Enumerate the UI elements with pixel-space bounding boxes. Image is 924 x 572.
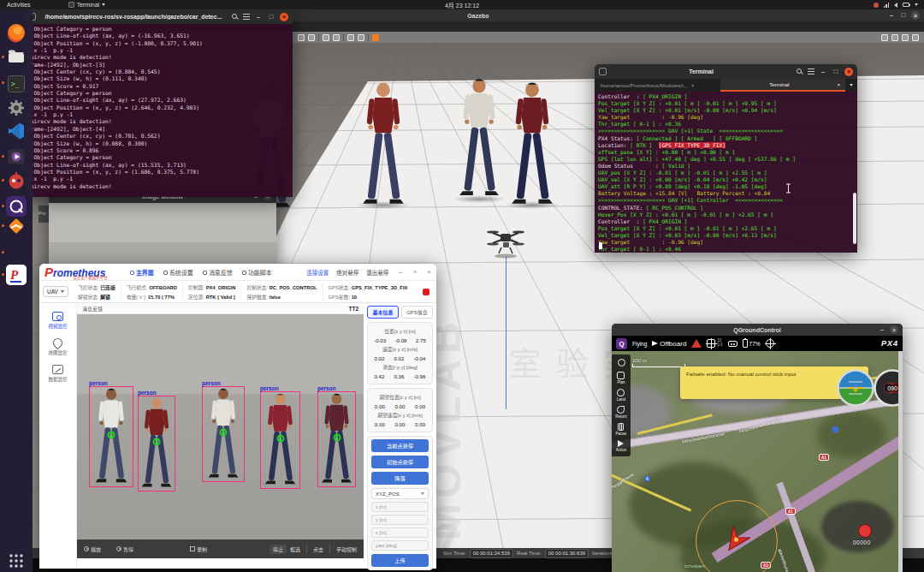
terminal-titlebar[interactable]: /home/amov/spirecv-ros/sv-rosapp/launch/… [24, 9, 293, 24]
box-insert-icon[interactable] [372, 34, 379, 41]
battery-status[interactable]: 77% [743, 339, 761, 348]
firefox-icon[interactable] [6, 22, 27, 43]
pause-radio[interactable]: 暂停 [116, 545, 133, 553]
close-button[interactable]: × [890, 325, 898, 334]
rc-signal-icon[interactable] [728, 341, 737, 347]
absolute-hover-button[interactable]: 绝对悬停 [336, 268, 358, 277]
select-mode-icon[interactable] [298, 34, 305, 41]
app-menu[interactable]: Terminal [68, 2, 105, 8]
paste-icon[interactable] [333, 34, 340, 41]
robot-app-icon[interactable] [6, 170, 27, 191]
tab-terminal[interactable]: Terminal× [720, 79, 846, 92]
manual-control-button[interactable]: 手动控制 [336, 545, 357, 553]
warning-icon[interactable] [691, 339, 702, 348]
search-icon[interactable] [231, 13, 239, 21]
vehicle-icon[interactable] [721, 526, 750, 555]
click-mode-button[interactable]: 点击 [313, 545, 323, 553]
tab-main-ui[interactable]: 主界面 [130, 268, 154, 277]
fullscreen-icon[interactable] [912, 34, 919, 41]
close-button[interactable]: × [280, 13, 288, 21]
menu-icon[interactable] [243, 14, 250, 20]
sidebar-item-video-monitor[interactable]: 视频监控 [39, 312, 76, 330]
flag-icon[interactable] [347, 34, 354, 41]
close-button[interactable]: × [844, 68, 853, 76]
upload-button[interactable]: 上传 [371, 554, 429, 567]
minimize-button[interactable]: – [254, 13, 263, 21]
video-player-icon[interactable] [6, 146, 27, 167]
flight-state[interactable]: Flying [632, 341, 647, 347]
play-radio[interactable]: 播放 [84, 545, 101, 553]
prometheus-icon[interactable]: P [6, 265, 27, 285]
hover-current-button[interactable]: 当前点悬停 [371, 439, 429, 452]
hover-initial-button[interactable]: 初始点悬停 [371, 456, 429, 468]
settings-icon[interactable] [6, 98, 27, 118]
magnet-icon[interactable] [358, 34, 364, 41]
terminal-titlebar[interactable]: Terminal – □ × [595, 64, 857, 79]
y-input[interactable] [371, 515, 429, 525]
qgc-titlebar[interactable]: QGroundControl – × [612, 324, 903, 336]
land-tool[interactable]: Land [617, 387, 625, 403]
qgc-logo-icon[interactable]: Q [616, 338, 627, 349]
tab-gps-info[interactable]: GPS信息 [401, 306, 433, 319]
copy-icon[interactable] [323, 34, 329, 41]
instrument-panel-strip[interactable] [898, 351, 903, 572]
stop-button[interactable]: 停止 [270, 545, 287, 554]
exit-hover-button[interactable]: 退出悬停 [366, 268, 388, 277]
tab-message-feedback[interactable]: 消息反馈 [203, 268, 233, 277]
screenshot-icon[interactable] [881, 34, 888, 41]
plot-icon[interactable] [902, 34, 909, 41]
search-icon[interactable] [796, 68, 803, 75]
sidebar-item-map-monitor[interactable]: 地图监控 [39, 338, 76, 356]
new-tab-icon[interactable] [599, 68, 607, 75]
maximize-button[interactable]: + [413, 268, 418, 276]
minimize-button[interactable]: – [819, 68, 827, 76]
z-input[interactable] [371, 527, 429, 538]
minimize-button[interactable]: – [878, 325, 886, 334]
minimize-button[interactable]: – [887, 11, 896, 20]
fly-tool[interactable] [618, 357, 625, 369]
connection-settings-button[interactable]: 连接设置 [306, 268, 329, 277]
action-tool[interactable]: Action [616, 438, 627, 454]
tab-close-icon[interactable]: × [691, 82, 695, 88]
terminal-icon[interactable]: >_ [6, 74, 27, 94]
files-icon[interactable] [6, 46, 27, 67]
system-tray[interactable] [874, 3, 919, 8]
maximize-button[interactable]: □ [832, 68, 840, 76]
plan-tool[interactable]: Plan [617, 370, 625, 386]
pause-tool[interactable]: Pause [616, 421, 627, 438]
vscode-icon[interactable] [6, 121, 27, 141]
t tab-function-scripts[interactable]: 功能脚本 [242, 268, 272, 277]
minimize-button[interactable]: – [399, 268, 402, 276]
record-checkbox[interactable]: 录制 [190, 545, 207, 553]
sidebar-item-data-monitor[interactable]: 数据监控 [39, 365, 76, 383]
menu-icon[interactable] [808, 69, 814, 74]
telemetry-marker[interactable] [858, 524, 872, 538]
video-feed[interactable]: person person person person person [77, 314, 364, 539]
land-button[interactable]: 降落 [371, 472, 429, 485]
gps-status[interactable]: 100.0 [707, 339, 722, 348]
control-mode-select[interactable]: XYZ_POS [371, 488, 429, 499]
tab-prometheus-modules[interactable]: /home/amov/Prometheus/Modules/t...× [595, 79, 720, 92]
terminal-output[interactable]: Object Category = person Object Line-of-… [24, 24, 293, 197]
uav-select-dropdown[interactable]: UAV [43, 286, 68, 297]
tab-system-settings[interactable]: 系统设置 [163, 268, 193, 277]
close-button[interactable]: × [427, 268, 431, 276]
box-select-button[interactable]: 框选 [290, 545, 300, 553]
activities-button[interactable]: Activities [7, 2, 31, 8]
flight-mode-button[interactable]: Offboard [652, 340, 686, 348]
scrollbar-thumb[interactable] [853, 193, 856, 244]
map-canvas[interactable]: Hirschwiesenstrasse Hirschwiesenstrasse … [612, 351, 903, 572]
tab-close-icon[interactable]: × [837, 81, 840, 87]
translate-mode-icon[interactable] [308, 34, 315, 41]
yaw-input[interactable] [371, 540, 429, 551]
attitude-indicator[interactable] [836, 368, 875, 408]
show-applications-icon[interactable] [6, 551, 27, 571]
maximize-button[interactable]: □ [899, 11, 908, 20]
gazebo-icon[interactable] [6, 216, 27, 236]
qgroundcontrol-icon[interactable] [6, 196, 27, 217]
tab-list-caret-icon[interactable] [850, 84, 853, 86]
record-log-icon[interactable] [891, 34, 898, 41]
return-tool[interactable]: Return [615, 404, 627, 420]
x-input[interactable] [371, 502, 429, 512]
prometheus-titlebar[interactable]: Prometheus 自主无人机软件平台 主界面 系统设置 消息反馈 功能脚本 … [39, 264, 436, 281]
